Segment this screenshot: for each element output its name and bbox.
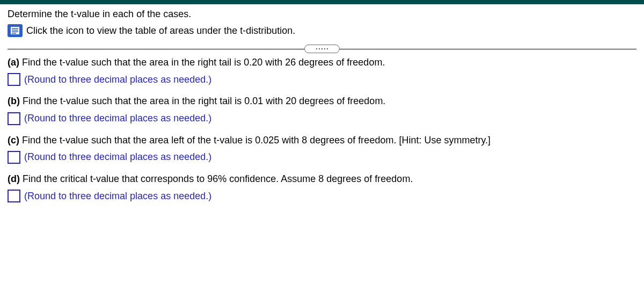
answer-input-d[interactable]	[8, 190, 20, 202]
hint-d: (Round to three decimal places as needed…	[24, 191, 211, 202]
table-icon[interactable]	[8, 24, 23, 37]
section-divider	[8, 49, 636, 49]
document-icon	[10, 26, 20, 35]
question-c-text: (c) Find the t-value such that the area …	[8, 134, 636, 147]
question-c-body: Find the t-value such that the area left…	[19, 135, 491, 146]
question-c-label: (c)	[8, 135, 19, 146]
answer-input-c[interactable]	[8, 151, 20, 164]
question-d-label: (d)	[8, 173, 20, 184]
hint-a: (Round to three decimal places as needed…	[24, 74, 211, 85]
question-b-body: Find the t-value such that the area in t…	[20, 96, 385, 106]
header-section: Determine the t-value in each of the cas…	[8, 9, 636, 42]
answer-row-b: (Round to three decimal places as needed…	[8, 112, 636, 125]
hint-c: (Round to three decimal places as needed…	[24, 151, 211, 163]
question-a-text: (a) Find the t-value such that the area …	[8, 56, 636, 69]
divider-expand-handle[interactable]	[304, 45, 340, 53]
question-d-body: Find the critical t-value that correspon…	[20, 173, 413, 184]
question-d-text: (d) Find the critical t-value that corre…	[8, 172, 636, 185]
answer-input-a[interactable]	[8, 73, 20, 86]
content-area: Determine the t-value in each of the cas…	[0, 4, 644, 202]
question-a-label: (a)	[8, 57, 19, 68]
question-a: (a) Find the t-value such that the area …	[8, 56, 636, 86]
top-accent-bar	[0, 0, 644, 4]
answer-row-a: (Round to three decimal places as needed…	[8, 73, 636, 86]
answer-row-c: (Round to three decimal places as needed…	[8, 151, 636, 164]
answer-row-d: (Round to three decimal places as needed…	[8, 190, 636, 202]
main-instruction: Determine the t-value in each of the cas…	[8, 9, 636, 20]
question-b: (b) Find the t-value such that the area …	[8, 95, 636, 125]
question-a-body: Find the t-value such that the area in t…	[19, 57, 385, 68]
hint-b: (Round to three decimal places as needed…	[24, 113, 211, 124]
table-icon-row: Click the icon to view the table of area…	[8, 24, 636, 37]
question-b-label: (b)	[8, 96, 20, 106]
question-b-text: (b) Find the t-value such that the area …	[8, 95, 636, 107]
answer-input-b[interactable]	[8, 112, 20, 125]
question-d: (d) Find the critical t-value that corre…	[8, 172, 636, 202]
question-c: (c) Find the t-value such that the area …	[8, 134, 636, 164]
dots-icon	[316, 48, 328, 49]
icon-instruction-text: Click the icon to view the table of area…	[26, 25, 295, 37]
